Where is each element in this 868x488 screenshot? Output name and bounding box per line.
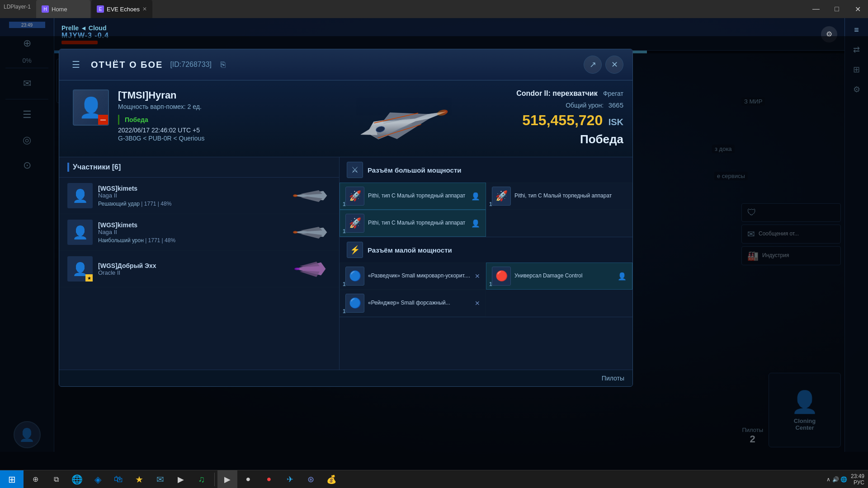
afterburner-icon: 🔵 — [345, 294, 364, 313]
participant-ship-img-1 — [290, 184, 331, 207]
participant-row-1[interactable]: 👤 [WGS]kimets Naga II Решающий удар | 17… — [59, 178, 339, 214]
modal-menu-btn[interactable]: ☰ — [68, 57, 84, 72]
modal-close-btn[interactable]: ✕ — [605, 56, 623, 74]
person-icon-3: 👤 — [471, 219, 480, 228]
taskbar-chrome2[interactable]: ● — [238, 470, 258, 488]
equip-name-low-1: «Разведчик» Small микроварп-ускорит.... — [368, 272, 471, 280]
right-icon-1[interactable]: ≡ — [849, 22, 865, 38]
participants-header: Участники [6] — [59, 157, 339, 178]
ship-class-label: Condor II: перехватчик Фрегат — [516, 89, 623, 98]
avatar-badge: — — [98, 115, 108, 125]
participants-title: Участники [6] — [73, 163, 121, 171]
participant-star-3: ★ — [85, 274, 93, 282]
torpedo-icon-2: 🚀 — [492, 187, 511, 206]
participant-ship-2: Naga II — [98, 229, 285, 235]
modal-header-btns: ↗ ✕ — [584, 56, 623, 74]
victory-label: Победа — [516, 132, 623, 146]
window-chrome: LDPlayer-1 H Home E EVE Echoes ✕ — □ ✕ — [0, 0, 868, 18]
taskbar-mail[interactable]: ✉ — [150, 470, 170, 488]
participants-panel: Участники [6] 👤 [WGS]kimets Naga II Реша… — [59, 157, 340, 370]
equip-low-title: Разъём малой мощности — [368, 246, 452, 254]
participant-ship-1: Naga II — [98, 192, 285, 199]
taskbar-icons: ⊕ ⧉ 🌐 ◈ 🛍 ★ ✉ ▶ ♫ ▶ ● ● ✈ ⊛ 💰 — [24, 470, 343, 488]
participant-info-1: [WGS]kimets Naga II Решающий удар | 1771… — [98, 185, 285, 207]
tab-home[interactable]: H Home — [36, 0, 90, 18]
equip-high-grid: 1 🚀 Pithi, тип С Малый торпедный аппарат… — [340, 183, 632, 237]
equip-close-1[interactable]: ✕ — [475, 272, 480, 280]
participant-avatar-1: 👤 — [67, 183, 93, 208]
torpedo-icon-3: 🚀 — [345, 214, 364, 233]
svg-point-6 — [293, 194, 297, 197]
equip-item-low-2: 1 🔴 Универсал Damage Control 👤 — [486, 263, 632, 290]
taskbar-chrome[interactable]: 🌐 — [67, 470, 87, 488]
hero-result-badge: Победа — [118, 115, 154, 125]
tab-close-icon[interactable]: ✕ — [142, 6, 147, 12]
ldplayer-label: LDPlayer-1 — [4, 4, 31, 10]
modal-body: Участники [6] 👤 [WGS]kimets Naga II Реша… — [59, 157, 632, 370]
equip-section-low-header: ⚡ Разъём малой мощности — [340, 237, 632, 263]
taskbar-ld-extra[interactable]: ▶ — [217, 470, 237, 488]
equip-low-grid: 1 🔵 «Разведчик» Small микроварп-ускорит.… — [340, 263, 632, 317]
taskbar-taskview[interactable]: ⧉ — [46, 470, 66, 488]
participant-info-2: [WGS]kimets Naga II Наибольший урон | 17… — [98, 221, 285, 244]
modal-export-btn[interactable]: ↗ — [584, 56, 602, 74]
modal-title: ОТЧЁТ О БОЕ — [91, 60, 163, 70]
equipment-panel: ⚔ Разъём большой мощности 1 🚀 Pithi, тип… — [340, 157, 632, 370]
tab-eve[interactable]: E EVE Echoes ✕ — [91, 0, 152, 18]
taskbar-time: 23:49 РУС — [851, 473, 864, 486]
tray-icons: ∧ 🔊 🌐 — [826, 476, 847, 483]
equip-item-high-2: 1 🚀 Pithi, тип С Малый торпедный аппарат — [486, 183, 632, 210]
equip-name-low-2: Универсал Damage Control — [514, 272, 614, 280]
modal-id: [ID:7268733] — [170, 61, 212, 69]
equip-name-high-1: Pithi, тип С Малый торпедный аппарат — [368, 192, 467, 200]
ship-svg — [341, 72, 481, 170]
taskbar-app2[interactable]: ● — [259, 470, 279, 488]
home-tab-icon: H — [42, 5, 49, 13]
player-avatar: 👤 — — [73, 89, 109, 126]
participant-row-3[interactable]: 👤 ★ [WGS]Добрый Эхх Oracle II — [59, 251, 339, 287]
equip-close-3[interactable]: ✕ — [475, 300, 480, 307]
equip-name-high-2: Pithi, тип С Малый торпедный аппарат — [514, 192, 627, 200]
person-icon-low-2: 👤 — [618, 272, 627, 281]
participants-accent — [67, 163, 69, 172]
modal-bottom: Пилоты — [59, 370, 632, 386]
equip-high-title: Разъём большой мощности — [368, 166, 461, 174]
window-close-btn[interactable]: ✕ — [847, 0, 868, 18]
copy-icon[interactable]: ⎘ — [221, 60, 226, 70]
window-maximize-btn[interactable]: □ — [826, 0, 847, 18]
taskbar-discord[interactable]: ⊛ — [301, 470, 321, 488]
taskbar-app3[interactable]: 💰 — [321, 470, 341, 488]
taskbar-ldplayer[interactable]: ▶ — [171, 470, 191, 488]
participant-name-3: [WGS]Добрый Эхх — [98, 262, 285, 269]
taskbar-search[interactable]: ⊕ — [25, 470, 45, 488]
equip-name-low-3: «Рейнджер» Small форсажный... — [368, 300, 471, 307]
participant-row-2[interactable]: 👤 [WGS]kimets Naga II Наибольший урон | … — [59, 214, 339, 251]
window-minimize-btn[interactable]: — — [806, 0, 826, 18]
damage-control-icon: 🔴 — [492, 267, 511, 286]
taskbar-edge[interactable]: ◈ — [88, 470, 108, 488]
game-window: 23:49 ⊕ 0% ✉ ☰ ◎ ⊙ 👤 Prelle ◄ Cloud MJYW… — [0, 18, 868, 470]
battle-report-modal: ☰ ОТЧЁТ О БОЕ [ID:7268733] ⎘ ↗ ✕ 👤 — [TM… — [59, 49, 633, 387]
taskbar-spotify[interactable]: ♫ — [192, 470, 212, 488]
equip-item-high-1: 1 🚀 Pithi, тип С Малый торпедный аппарат… — [340, 183, 486, 210]
time-display: 23:49 — [21, 23, 33, 28]
hero-right: Condor II: перехватчик Фрегат Общий урон… — [516, 89, 623, 146]
taskbar-store[interactable]: 🛍 — [108, 470, 128, 488]
eve-tab-icon: E — [97, 5, 104, 13]
taskbar-app1[interactable]: ★ — [129, 470, 149, 488]
start-btn[interactable]: ⊞ — [0, 470, 24, 488]
participant-avatar-3: 👤 ★ — [67, 256, 93, 282]
svg-point-7 — [293, 231, 297, 234]
equip-item-high-3: 1 🚀 Pithi, тип С Малый торпедный аппарат… — [340, 210, 486, 237]
modal-header: ☰ ОТЧЁТ О БОЕ [ID:7268733] ⎘ ↗ ✕ — [59, 49, 632, 80]
mwd-icon: 🔵 — [345, 267, 364, 286]
equip-low-icon: ⚡ — [347, 242, 363, 258]
participant-stats-1: Решающий удар | 1771 | 48% — [98, 201, 285, 207]
participant-name-2: [WGS]kimets — [98, 221, 285, 229]
taskbar-divider — [214, 473, 215, 486]
equip-section-low: ⚡ Разъём малой мощности 1 🔵 «Разведчик» … — [340, 237, 632, 317]
chrome-controls: — □ ✕ — [806, 0, 868, 18]
equip-name-high-3: Pithi, тип С Малый торпедный аппарат — [368, 220, 467, 227]
taskbar-telegram[interactable]: ✈ — [280, 470, 300, 488]
participant-ship-img-3 — [290, 258, 331, 280]
